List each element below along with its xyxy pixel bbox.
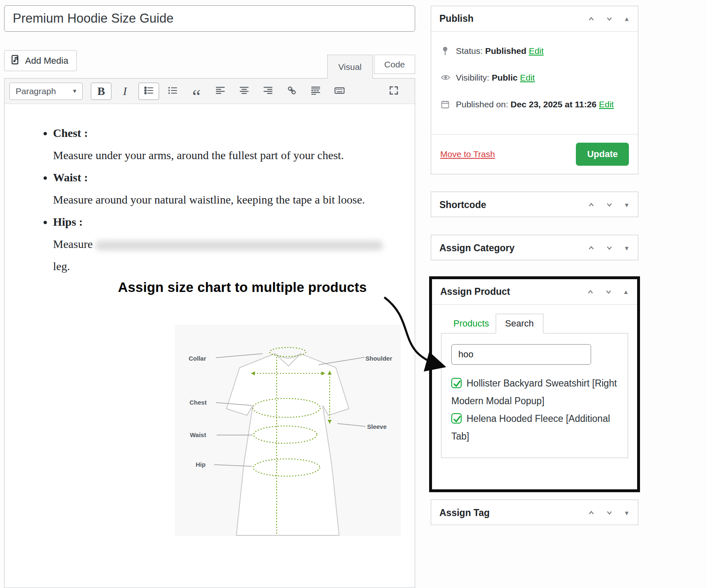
tab-visual[interactable]: Visual <box>327 55 373 79</box>
publish-panel-header[interactable]: Publish ▲ <box>431 6 638 32</box>
keyboard-icon <box>334 85 345 97</box>
paragraph-dropdown[interactable]: Paragraph ▼ <box>9 83 83 100</box>
status-label: Status: <box>456 46 483 56</box>
assign-tag-panel: Assign Tag ▼ <box>431 500 638 525</box>
product-search-box: Hollister Backyard Sweatshirt [Right Mod… <box>441 333 628 458</box>
list-item-term: Waist : <box>53 167 390 189</box>
visibility-label: Visibility: <box>456 73 489 82</box>
move-down-icon[interactable] <box>605 16 613 22</box>
list-item-desc: Measure under your arms, around the full… <box>53 144 390 167</box>
list-item: Hips : Measure leg. <box>53 211 390 278</box>
list-item-desc: Measure leg. <box>53 233 390 278</box>
blockquote-button[interactable]: “ <box>186 83 207 100</box>
product-search-results: Hollister Backyard Sweatshirt [Right Mod… <box>451 375 618 445</box>
editor-toolbar: Paragraph ▼ B I “ <box>5 79 415 104</box>
product-result-label[interactable]: Hollister Backyard Sweatshirt [Right Mod… <box>451 378 617 406</box>
shortcode-panel-title: Shortcode <box>439 199 587 211</box>
measurement-list: Chest : Measure under your arms, around … <box>42 122 390 278</box>
diagram-label-hip: Hip <box>196 461 206 468</box>
assign-tag-panel-header[interactable]: Assign Tag ▼ <box>431 500 638 525</box>
move-down-icon[interactable] <box>605 289 612 295</box>
product-result-label[interactable]: Helena Hooded Fleece [Additional Tab] <box>451 413 610 442</box>
assign-category-panel: Assign Category ▼ <box>431 235 638 260</box>
annotation-arrow <box>366 287 460 375</box>
move-down-icon[interactable] <box>605 509 613 516</box>
list-item: Waist : Measure around your natural wais… <box>53 167 390 211</box>
align-left-icon <box>215 85 226 97</box>
align-center-button[interactable] <box>234 83 254 100</box>
wordpress-post-editor: Add Media Visual Code Paragraph ▼ B I “ <box>0 0 707 588</box>
chevron-down-icon: ▼ <box>72 88 77 94</box>
move-up-icon[interactable] <box>587 16 595 22</box>
product-result-item[interactable]: Hollister Backyard Sweatshirt [Right Mod… <box>451 375 618 410</box>
move-up-icon[interactable] <box>587 245 595 251</box>
move-down-icon[interactable] <box>605 201 613 208</box>
editor-content-area[interactable]: Chest : Measure under your arms, around … <box>5 104 415 278</box>
toggle-panel-icon[interactable]: ▲ <box>623 289 629 295</box>
product-result-item[interactable]: Helena Hooded Fleece [Additional Tab] <box>451 410 618 445</box>
italic-button[interactable]: I <box>115 83 135 100</box>
assign-category-panel-title: Assign Category <box>439 243 587 254</box>
publish-panel: Publish ▲ Status: Published Edit Visibil… <box>431 6 638 174</box>
toggle-panel-icon[interactable]: ▼ <box>624 202 630 208</box>
fullscreen-icon <box>388 85 400 97</box>
toolbar-toggle-button[interactable] <box>329 83 350 100</box>
product-checkbox[interactable] <box>451 378 462 388</box>
assign-product-panel-header[interactable]: Assign Product ▲ <box>432 279 637 305</box>
tab-search[interactable]: Search <box>496 314 543 333</box>
assign-product-tabs: Products Search <box>447 314 628 333</box>
edit-published-link[interactable]: Edit <box>599 100 614 109</box>
product-search-input[interactable] <box>451 344 591 365</box>
pin-icon <box>440 46 452 60</box>
bold-button[interactable]: B <box>91 83 111 100</box>
align-left-button[interactable] <box>210 83 231 100</box>
edit-visibility-link[interactable]: Edit <box>520 73 535 82</box>
move-up-icon[interactable] <box>587 201 595 208</box>
edit-status-link[interactable]: Edit <box>529 46 543 56</box>
move-up-icon[interactable] <box>587 289 594 295</box>
update-button[interactable]: Update <box>576 143 629 166</box>
read-more-button[interactable] <box>305 83 326 100</box>
link-button[interactable] <box>282 83 302 100</box>
published-on-label: Published on: <box>456 100 508 109</box>
blockquote-icon: “ <box>192 86 201 97</box>
annotation-text: Assign size chart to multiple products <box>118 280 367 295</box>
visibility-row: Visibility: Public Edit <box>440 71 627 87</box>
publish-panel-footer: Move to Trash Update <box>431 134 638 174</box>
move-to-trash-link[interactable]: Move to Trash <box>440 149 495 159</box>
align-right-button[interactable] <box>258 83 278 100</box>
list-item-term: Hips : <box>53 211 390 233</box>
list-item: Chest : Measure under your arms, around … <box>53 122 390 167</box>
list-item-term: Chest : <box>53 122 390 144</box>
shortcode-panel: Shortcode ▼ <box>431 192 638 217</box>
align-right-icon <box>263 85 273 97</box>
fullscreen-button[interactable] <box>384 83 404 100</box>
assign-category-panel-header[interactable]: Assign Category ▼ <box>431 235 638 261</box>
bullet-list-button[interactable] <box>139 83 159 100</box>
publish-panel-body: Status: Published Edit Visibility: Publi… <box>431 32 638 124</box>
product-checkbox[interactable] <box>451 413 462 424</box>
toggle-panel-icon[interactable]: ▲ <box>624 16 630 22</box>
bullet-list-icon <box>143 85 154 97</box>
diagram-label-waist: Waist <box>190 431 206 438</box>
move-down-icon[interactable] <box>605 245 613 251</box>
toggle-panel-icon[interactable]: ▼ <box>624 510 630 516</box>
assign-tag-panel-title: Assign Tag <box>439 507 587 519</box>
move-up-icon[interactable] <box>587 509 595 516</box>
paragraph-dropdown-label: Paragraph <box>16 86 56 96</box>
diagram-label-chest: Chest <box>189 399 207 406</box>
editor-mode-tabs: Visual Code <box>4 55 415 79</box>
bold-icon: B <box>97 85 105 98</box>
publish-panel-title: Publish <box>439 13 587 24</box>
assign-product-body: Products Search Hollister Backyard Sweat… <box>432 305 637 458</box>
published-on-value: Dec 23, 2025 at 11:26 <box>511 100 596 109</box>
tab-code[interactable]: Code <box>374 55 415 74</box>
shortcode-panel-header[interactable]: Shortcode ▼ <box>431 192 638 218</box>
eye-icon <box>440 73 452 87</box>
desc-end: leg. <box>53 260 70 273</box>
post-title-input[interactable] <box>4 5 415 32</box>
toggle-panel-icon[interactable]: ▼ <box>624 245 630 251</box>
desc-start: Measure <box>53 238 92 250</box>
numbered-list-button[interactable] <box>162 83 183 100</box>
status-row: Status: Published Edit <box>440 44 627 60</box>
